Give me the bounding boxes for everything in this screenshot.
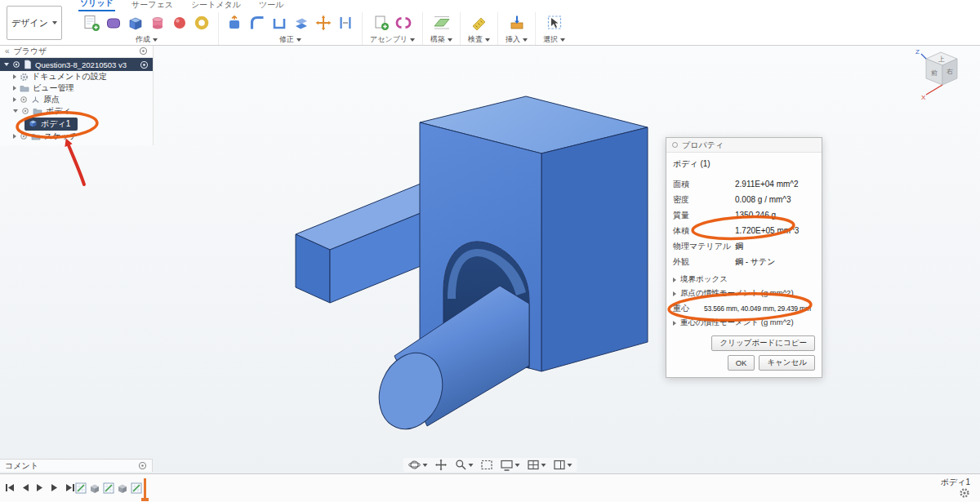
dialog-header[interactable]: プロパティ <box>666 138 822 153</box>
tree-item-origin[interactable]: 原点 <box>0 94 153 105</box>
shell-icon[interactable] <box>270 14 288 32</box>
expand-icon[interactable] <box>13 97 16 102</box>
target-icon[interactable] <box>140 60 149 69</box>
tab-tools[interactable]: ツール <box>257 0 285 11</box>
expand-icon[interactable] <box>13 109 18 113</box>
fillet-icon[interactable] <box>248 14 266 32</box>
display-settings-icon[interactable] <box>501 460 520 471</box>
sphere-icon[interactable] <box>171 14 189 32</box>
body-feature-icon[interactable] <box>89 482 100 495</box>
cancel-button[interactable]: キャンセル <box>759 355 815 371</box>
comment-panel-bar[interactable]: コメント <box>0 459 153 472</box>
assemble-dropdown[interactable]: アセンブリ <box>370 34 415 45</box>
eye-icon[interactable] <box>21 107 29 115</box>
body-feature-icon[interactable] <box>117 482 128 495</box>
measure-icon[interactable] <box>470 14 488 32</box>
press-pull-icon[interactable] <box>226 14 244 32</box>
group-modify: 修正 <box>219 12 363 45</box>
section-moment-centroid[interactable]: 重心の慣性モーメント (g mm^2) <box>673 316 815 330</box>
x-axis-line <box>926 85 942 95</box>
fit-icon[interactable] <box>481 460 493 470</box>
expand-icon[interactable] <box>4 63 9 66</box>
expand-icon[interactable] <box>13 74 16 79</box>
group-construct: 構築 <box>423 12 461 45</box>
dialog-subtitle: ボディ (1) <box>673 158 815 170</box>
selected-row-highlight[interactable]: ボディ1 <box>24 118 78 131</box>
tree-item-document-settings[interactable]: ドキュメントの設定 <box>0 71 153 82</box>
chevron-down-icon <box>410 38 415 42</box>
create-dropdown[interactable]: 作成 <box>136 34 158 45</box>
section-bounding-box[interactable]: 境界ボックス <box>673 273 815 287</box>
expand-icon[interactable] <box>13 134 16 139</box>
grid-layout-icon[interactable] <box>528 460 546 470</box>
gear-icon[interactable] <box>959 487 970 499</box>
step-back-button[interactable] <box>21 483 29 492</box>
ok-button[interactable]: OK <box>728 355 755 371</box>
select-icon[interactable] <box>546 14 564 32</box>
joint-icon[interactable] <box>394 14 412 32</box>
torus-icon[interactable] <box>193 14 211 32</box>
view-cube[interactable]: 上 前 右 X Z <box>911 47 970 106</box>
eye-icon[interactable] <box>12 60 20 69</box>
construct-dropdown[interactable]: 構築 <box>430 34 452 45</box>
modeling-canvas[interactable]: « ブラウザ Question3-8_20210503 v3 ドキュメントの設定… <box>0 45 980 473</box>
collapse-panel-icon[interactable]: « <box>5 47 10 56</box>
toolbar: デザイン ソリッド サーフェス シートメタル ツール 作成 <box>0 0 980 46</box>
insert-icon[interactable] <box>508 14 526 32</box>
design-menu-button[interactable]: デザイン <box>7 6 62 40</box>
selection-status-label: ボディ1 <box>941 477 970 488</box>
insert-dropdown[interactable]: 挿入 <box>506 34 528 45</box>
eye-icon[interactable] <box>20 96 28 104</box>
expand-icon <box>673 321 676 326</box>
viewports-icon[interactable] <box>554 460 572 470</box>
expand-icon[interactable] <box>13 86 16 91</box>
tab-surface[interactable]: サーフェス <box>130 0 175 11</box>
copy-to-clipboard-button[interactable]: クリップボードにコピー <box>711 335 815 351</box>
modify-dropdown[interactable]: 修正 <box>279 34 301 45</box>
chevron-down-icon <box>515 464 520 467</box>
construction-plane-icon[interactable] <box>432 14 452 32</box>
tab-solid[interactable]: ソリッド <box>78 0 115 11</box>
tree-item-bodies-folder[interactable]: ボディ <box>0 105 153 117</box>
box-icon[interactable] <box>127 14 145 32</box>
chevron-down-icon <box>568 464 572 467</box>
timeline-playback-controls <box>5 483 75 492</box>
chevron-down-icon <box>296 38 301 42</box>
sketch-icon[interactable] <box>103 482 114 495</box>
align-icon[interactable] <box>336 14 354 32</box>
z-axis-line <box>921 54 926 59</box>
viewcube-top-label[interactable]: 上 <box>938 56 945 63</box>
create-form-icon[interactable] <box>105 14 122 32</box>
tree-item-view-management[interactable]: ビュー管理 <box>0 82 153 94</box>
sketch-icon[interactable] <box>131 482 142 495</box>
zoom-icon[interactable] <box>455 459 474 471</box>
inspect-dropdown[interactable]: 検査 <box>468 34 490 45</box>
cylinder-icon[interactable] <box>149 14 167 32</box>
go-to-start-button[interactable] <box>5 483 15 492</box>
viewcube-right-label[interactable]: 右 <box>947 68 953 75</box>
sketch-icon[interactable] <box>75 482 87 495</box>
select-dropdown[interactable]: 選択 <box>543 34 565 45</box>
group-create: 作成 <box>75 12 219 45</box>
tree-item-body1[interactable]: ボディ1 <box>0 117 153 131</box>
tree-item-sketches-folder[interactable]: スケッチ <box>0 131 153 142</box>
tab-sheetmetal[interactable]: シートメタル <box>189 0 243 11</box>
step-forward-button[interactable] <box>51 483 59 492</box>
orbit-icon[interactable] <box>408 459 428 471</box>
pan-icon[interactable] <box>435 459 448 471</box>
move-icon[interactable] <box>314 14 332 32</box>
new-component-icon[interactable] <box>372 14 390 32</box>
tree-root-document[interactable]: Question3-8_20210503 v3 <box>0 58 153 71</box>
panel-options-icon[interactable] <box>138 461 147 470</box>
create-sketch-icon[interactable] <box>82 14 100 32</box>
go-to-end-button[interactable] <box>65 483 75 492</box>
play-button[interactable] <box>36 483 44 492</box>
property-row-area: 面積2.911E+04 mm^2 <box>673 176 815 192</box>
section-moment-origin[interactable]: 原点の慣性モーメント (g mm^2) <box>673 287 815 300</box>
timeline-scrubber[interactable] <box>144 478 146 499</box>
combine-icon[interactable] <box>292 14 310 32</box>
dialog-bullet-icon <box>672 142 678 148</box>
viewcube-front-label[interactable]: 前 <box>931 69 938 77</box>
panel-options-icon[interactable] <box>139 47 148 56</box>
eye-icon[interactable] <box>20 132 28 140</box>
